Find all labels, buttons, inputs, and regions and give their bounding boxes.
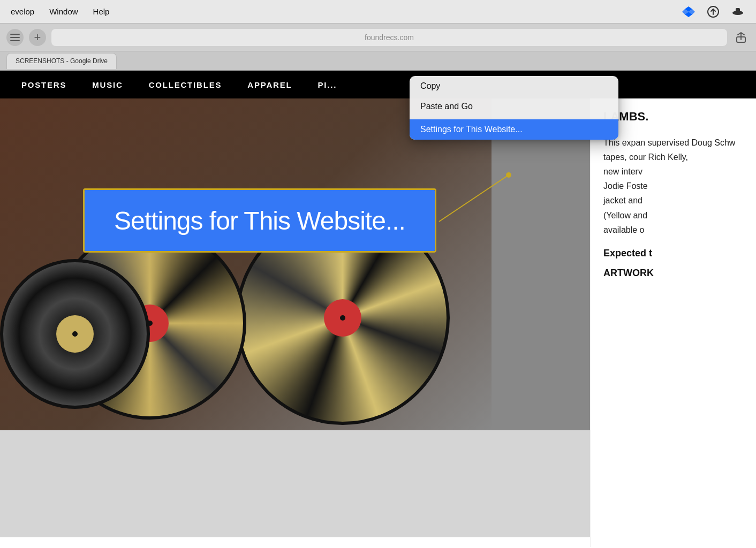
address-bar[interactable]: foundrecs.com [51, 29, 727, 46]
system-icons-group [681, 4, 745, 19]
nav-music[interactable]: MUSIC [92, 80, 123, 89]
vinyl-record-1 [0, 259, 150, 409]
right-panel-title: LAMBS. [603, 109, 743, 125]
menu-bar: evelop Window Help [0, 0, 756, 24]
menu-help[interactable]: Help [93, 7, 110, 16]
hat-icon[interactable] [730, 4, 745, 19]
svg-rect-9 [10, 40, 20, 41]
settings-highlight-label: Settings for This Website... [85, 190, 435, 251]
context-menu-separator [410, 118, 618, 118]
vinyl-label-1 [56, 315, 94, 353]
nav-more[interactable]: PI... [317, 80, 337, 89]
right-panel-body: This expan supervised Doug Schw tapes, c… [603, 135, 743, 237]
upload-icon[interactable] [706, 4, 721, 19]
context-menu-copy[interactable]: Copy [410, 76, 618, 96]
context-menu-paste[interactable]: Paste and Go [410, 96, 618, 117]
nav-posters[interactable]: POSTERS [21, 80, 66, 89]
tab-label: SCREENSHOTS - Google Drive [16, 57, 108, 65]
url-display: foundrecs.com [365, 33, 414, 42]
tab-screenshots[interactable]: SCREENSHOTS - Google Drive [6, 53, 117, 69]
menu-window[interactable]: Window [49, 7, 78, 16]
context-menu: Copy Paste and Go Settings for This Webs… [410, 76, 618, 140]
share-button[interactable] [732, 29, 750, 46]
site-wrapper: POSTERS MUSIC COLLECTIBLES APPAREL PI... [0, 71, 756, 548]
nav-collectibles[interactable]: COLLECTIBLES [149, 80, 222, 89]
nav-apparel[interactable]: APPAREL [247, 80, 292, 89]
right-panel: LAMBS. This expan supervised Doug Schw t… [590, 98, 756, 547]
svg-rect-6 [736, 8, 740, 13]
settings-highlight-box: Settings for This Website... [83, 188, 436, 253]
right-panel-heading1: Expected t [603, 248, 743, 259]
settings-highlight-text: Settings for This Website... [114, 206, 405, 235]
new-tab-button[interactable]: + [29, 29, 46, 46]
dropbox-icon[interactable] [681, 4, 696, 19]
context-menu-settings[interactable]: Settings for This Website... [410, 119, 618, 140]
svg-rect-7 [10, 34, 20, 35]
right-panel-heading2: ARTWORK [603, 268, 743, 279]
site-navigation: POSTERS MUSIC COLLECTIBLES APPAREL PI... [0, 71, 756, 98]
tab-bar: SCREENSHOTS - Google Drive [0, 51, 756, 71]
browser-chrome: + foundrecs.com [0, 24, 756, 51]
svg-rect-8 [10, 37, 20, 38]
sidebar-toggle[interactable] [6, 29, 24, 46]
menu-develop[interactable]: evelop [11, 7, 34, 16]
